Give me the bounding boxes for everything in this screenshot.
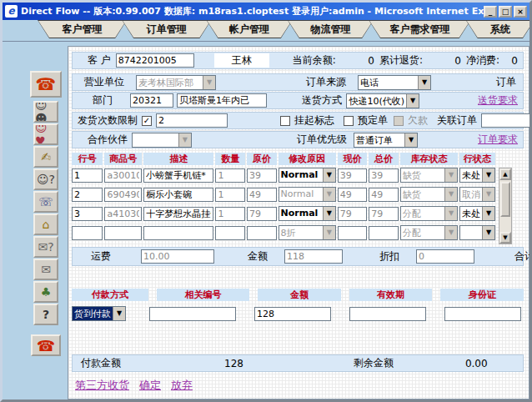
ship-limit-checkbox[interactable]: ✓	[142, 116, 152, 126]
current-field[interactable]	[338, 226, 368, 240]
close-button[interactable]: ×	[514, 6, 527, 18]
sku-field[interactable]	[104, 168, 142, 183]
current-field[interactable]	[338, 207, 368, 221]
sku-field[interactable]	[104, 188, 142, 202]
current-field[interactable]	[338, 168, 368, 183]
tab-system[interactable]: 系统	[466, 20, 532, 38]
hand-service-icon[interactable]: ✍	[33, 146, 58, 168]
status-select[interactable]: 未处▼	[459, 206, 495, 221]
mail-inquiry-icon[interactable]: ✉?	[33, 236, 58, 258]
customer-inquiry-icon[interactable]: ☺?	[33, 168, 58, 190]
chevron-down-icon[interactable]: ▼	[418, 76, 430, 89]
tab-order-mgmt[interactable]: 订单管理	[122, 20, 211, 38]
confirm-link[interactable]: 确定	[139, 378, 161, 393]
partner-select[interactable]: ▼	[132, 133, 192, 148]
chevron-down-icon[interactable]: ▼	[323, 226, 335, 239]
status-select[interactable]: ▼	[459, 225, 495, 240]
preorder-checkbox[interactable]	[344, 116, 354, 126]
chevron-down-icon[interactable]: ▼	[482, 207, 494, 220]
chevron-down-icon[interactable]: ▼	[482, 188, 494, 201]
stock-select[interactable]: 分配▼	[400, 206, 458, 221]
line-field[interactable]	[72, 188, 103, 202]
chevron-down-icon[interactable]: ▼	[323, 188, 335, 201]
total-field[interactable]	[369, 188, 399, 202]
cancel-link[interactable]: 放弃	[171, 378, 193, 393]
scrollbar-thumb[interactable]	[500, 182, 510, 217]
home-delivery-icon[interactable]: ⌂	[33, 214, 58, 235]
chevron-down-icon[interactable]: ▼	[404, 133, 417, 147]
customer-favorite-icon[interactable]: ☺♥	[33, 123, 58, 145]
stock-select[interactable]: 缺货▼	[400, 187, 458, 202]
reason-select[interactable]: Normal▼	[279, 206, 336, 221]
related-order-field[interactable]	[481, 113, 532, 128]
ship-limit-field[interactable]	[156, 113, 228, 128]
priority-select[interactable]: 普通订单▼	[354, 133, 418, 148]
desc-field[interactable]	[143, 207, 213, 221]
chevron-down-icon[interactable]: ▼	[444, 207, 457, 220]
price-field[interactable]	[247, 207, 277, 221]
chevron-down-icon[interactable]: ▼	[113, 307, 125, 320]
tab-customer-demand-mgmt[interactable]: 客户需求管理	[369, 20, 471, 38]
price-field[interactable]	[247, 168, 277, 183]
dept-name-field[interactable]	[177, 93, 267, 108]
total-field[interactable]	[369, 226, 399, 240]
qty-field[interactable]	[215, 168, 245, 183]
pay-id-field[interactable]	[444, 307, 521, 321]
line-field[interactable]	[72, 168, 103, 183]
chevron-down-icon[interactable]: ▼	[178, 133, 191, 147]
scroll-up-icon[interactable]: ▲	[499, 168, 511, 180]
amount-field[interactable]	[284, 249, 343, 264]
desc-field[interactable]	[143, 168, 213, 183]
reason-select[interactable]: Normal▼	[279, 168, 336, 183]
price-field[interactable]	[247, 226, 277, 240]
chevron-down-icon[interactable]: ▼	[203, 76, 215, 89]
total-field[interactable]	[369, 207, 399, 221]
line-field[interactable]	[72, 226, 103, 240]
qty-field[interactable]	[215, 188, 245, 202]
chevron-down-icon[interactable]: ▼	[482, 168, 494, 182]
chevron-down-icon[interactable]: ▼	[323, 168, 335, 182]
qty-field[interactable]	[215, 207, 245, 221]
sku-field[interactable]	[104, 226, 142, 240]
phone-order-icon[interactable]: ☎	[30, 71, 62, 98]
reason-select[interactable]: Normal▼	[279, 187, 336, 202]
chevron-down-icon[interactable]: ▼	[406, 94, 419, 108]
total-field[interactable]	[369, 168, 399, 183]
debt-checkbox[interactable]	[394, 116, 404, 126]
tab-customer-mgmt[interactable]: 客户管理	[38, 20, 127, 38]
mail-money-icon[interactable]: ✉	[33, 259, 58, 280]
pay-method-select[interactable]: 货到付款▼	[72, 306, 126, 321]
hold-checkbox[interactable]	[280, 116, 290, 126]
delivery-select[interactable]: 快递10(代收)▼	[346, 93, 419, 108]
order-source-select[interactable]: 电话▼	[358, 75, 431, 90]
current-field[interactable]	[338, 188, 368, 202]
order-requirements-link[interactable]: 订单要求	[478, 133, 518, 147]
stock-select[interactable]: 缺货▼	[400, 168, 458, 183]
desc-field[interactable]	[143, 188, 213, 202]
tab-logistics-mgmt[interactable]: 物流管理	[288, 20, 374, 38]
help-icon[interactable]: ?	[33, 304, 58, 325]
dept-code-field[interactable]	[130, 93, 173, 108]
tab-account-mgmt[interactable]: 帐户管理	[206, 20, 292, 38]
reason-select[interactable]: 8折▼	[279, 225, 336, 240]
chevron-down-icon[interactable]: ▼	[444, 226, 457, 239]
status-select[interactable]: 取消▼	[459, 187, 495, 202]
scroll-down-icon[interactable]: ▼	[499, 232, 511, 244]
freight-field[interactable]	[141, 249, 214, 264]
customer-call-icon[interactable]: ☏	[33, 191, 58, 213]
pay-amount-field[interactable]	[254, 307, 331, 321]
phone-hotline-icon[interactable]: ☎	[31, 334, 61, 356]
price-field[interactable]	[247, 188, 277, 202]
desc-field[interactable]	[143, 226, 213, 240]
stock-select[interactable]: 分配▼	[400, 225, 458, 240]
discount-field[interactable]	[416, 249, 474, 264]
delivery-requirements-link[interactable]: 送货要求	[478, 93, 518, 108]
customer-id-field[interactable]	[116, 53, 194, 68]
pay-ref-field[interactable]	[149, 307, 236, 321]
table-scrollbar[interactable]: ▲ ▼	[499, 168, 512, 244]
line-field[interactable]	[72, 207, 103, 221]
pay-valid-field[interactable]	[349, 307, 426, 321]
sku-field[interactable]	[104, 207, 142, 221]
third-party-receive-link[interactable]: 第三方收货	[75, 378, 129, 393]
business-unit-select[interactable]: 麦考林国际部▼	[136, 75, 216, 90]
